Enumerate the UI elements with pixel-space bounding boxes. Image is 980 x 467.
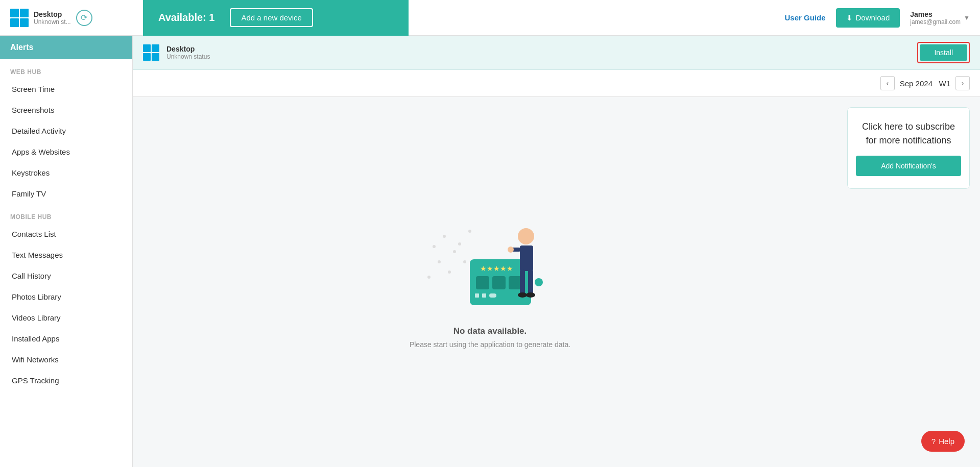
no-data-subtitle: Please start using the application to ge…	[410, 340, 570, 349]
download-icon: ⬇	[846, 13, 853, 22]
svg-point-4	[448, 271, 451, 274]
svg-point-7	[468, 230, 471, 233]
add-device-button[interactable]: Add a new device	[230, 8, 313, 27]
sidebar-item-text-messages[interactable]: Text Messages	[0, 244, 132, 265]
svg-rect-19	[520, 269, 525, 295]
device-row-name: Desktop	[166, 45, 910, 53]
sidebar-item-keystrokes[interactable]: Keystrokes	[0, 162, 132, 183]
subscribe-card: Click here to subscribe for more notific…	[847, 107, 970, 189]
sidebar: Alerts WEB HUB Screen Time Screenshots D…	[0, 36, 133, 467]
illustration: ★★★★★	[419, 216, 562, 318]
device-info: Desktop Unknown st...	[34, 10, 71, 26]
sidebar-item-screen-time[interactable]: Screen Time	[0, 79, 132, 100]
user-guide-link[interactable]: User Guide	[784, 13, 825, 22]
chevron-down-icon: ▼	[964, 14, 970, 21]
svg-point-24	[508, 247, 514, 253]
add-notifications-button[interactable]: Add Notification's	[856, 156, 961, 176]
svg-rect-14	[475, 293, 479, 298]
sidebar-item-call-history[interactable]: Call History	[0, 265, 132, 286]
svg-point-8	[463, 260, 466, 263]
date-display: Sep 2024 W1	[900, 79, 950, 88]
svg-rect-20	[528, 269, 533, 295]
sidebar-item-wifi-networks[interactable]: Wifi Networks	[0, 349, 132, 370]
top-header: Desktop Unknown st... ⟳ Available: 1 Add…	[0, 0, 980, 36]
content-area: Desktop Unknown status Install ‹ Sep 202…	[133, 36, 980, 467]
user-details: James james@gmail.com	[910, 10, 961, 26]
svg-rect-11	[476, 276, 489, 289]
install-button-wrapper: Install	[917, 42, 970, 63]
install-button[interactable]: Install	[920, 44, 967, 61]
right-panel: Click here to subscribe for more notific…	[847, 107, 970, 457]
user-profile[interactable]: James james@gmail.com ▼	[910, 10, 970, 26]
svg-rect-12	[492, 276, 506, 289]
svg-point-1	[443, 235, 446, 238]
svg-rect-15	[482, 293, 486, 298]
available-count: Available: 1	[158, 12, 214, 23]
svg-point-6	[427, 276, 431, 279]
sidebar-item-screenshots[interactable]: Screenshots	[0, 100, 132, 120]
help-button[interactable]: ? Help	[921, 431, 965, 452]
device-name: Desktop	[34, 10, 71, 18]
svg-point-25	[535, 278, 543, 286]
main-layout: Alerts WEB HUB Screen Time Screenshots D…	[0, 36, 980, 467]
download-label: Download	[856, 13, 890, 22]
web-hub-label: WEB HUB	[0, 59, 132, 79]
data-area: ★★★★★	[143, 107, 837, 457]
sidebar-item-videos-library[interactable]: Videos Library	[0, 307, 132, 328]
sidebar-item-installed-apps[interactable]: Installed Apps	[0, 328, 132, 349]
svg-point-2	[453, 250, 456, 253]
sync-icon[interactable]: ⟳	[76, 10, 92, 26]
sidebar-item-gps-tracking[interactable]: GPS Tracking	[0, 370, 132, 391]
sidebar-item-contacts-list[interactable]: Contacts List	[0, 224, 132, 244]
mobile-hub-label: MOBILE HUB	[0, 204, 132, 224]
date-next-button[interactable]: ›	[955, 76, 970, 90]
user-name: James	[910, 10, 961, 18]
sidebar-item-apps-websites[interactable]: Apps & Websites	[0, 141, 132, 162]
windows-icon	[10, 9, 29, 27]
sidebar-item-detailed-activity[interactable]: Detailed Activity	[0, 120, 132, 141]
device-row-info: Desktop Unknown status	[166, 45, 910, 60]
device-row: Desktop Unknown status Install	[133, 36, 980, 70]
subscribe-card-text: Click here to subscribe for more notific…	[856, 120, 961, 148]
sidebar-item-photos-library[interactable]: Photos Library	[0, 286, 132, 307]
device-status: Unknown st...	[34, 18, 71, 26]
svg-point-0	[433, 245, 436, 248]
no-data-title: No data available.	[453, 326, 527, 336]
date-navigation: ‹ Sep 2024 W1 ›	[133, 70, 980, 97]
help-icon: ?	[931, 437, 936, 446]
svg-point-3	[438, 260, 441, 263]
header-right: User Guide ⬇ Download James james@gmail.…	[784, 8, 970, 28]
svg-point-5	[458, 242, 461, 245]
download-button[interactable]: ⬇ Download	[836, 8, 900, 28]
svg-point-17	[518, 228, 534, 244]
svg-rect-16	[489, 293, 496, 298]
user-email: james@gmail.com	[910, 18, 961, 26]
date-prev-button[interactable]: ‹	[880, 76, 895, 90]
svg-text:★★★★★: ★★★★★	[480, 264, 513, 273]
available-banner: Available: 1 Add a new device	[143, 0, 409, 36]
main-content: ★★★★★	[133, 97, 980, 467]
device-row-status: Unknown status	[166, 53, 910, 60]
sidebar-alerts[interactable]: Alerts	[0, 36, 132, 59]
svg-point-22	[526, 292, 535, 298]
svg-rect-18	[520, 245, 533, 271]
svg-point-21	[518, 292, 527, 298]
help-label: Help	[939, 437, 954, 446]
device-row-windows-icon	[143, 44, 159, 61]
device-section: Desktop Unknown st... ⟳	[10, 9, 143, 27]
sidebar-item-family-tv[interactable]: Family TV	[0, 183, 132, 204]
